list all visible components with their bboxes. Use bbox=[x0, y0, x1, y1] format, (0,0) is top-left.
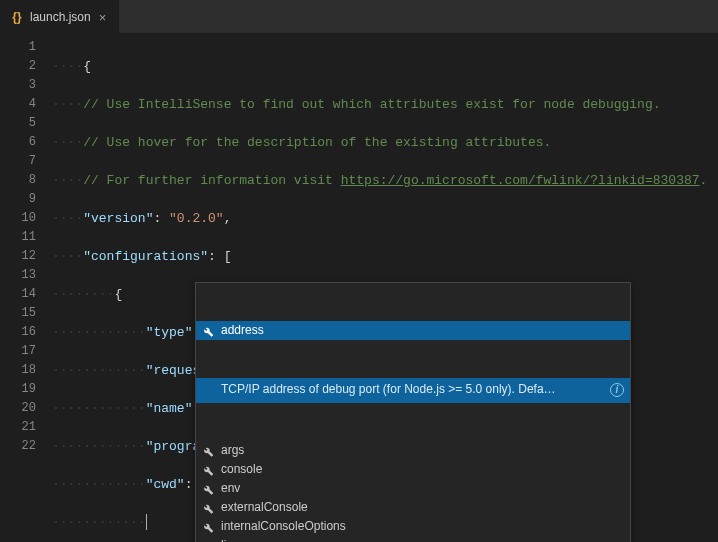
wrench-icon bbox=[201, 463, 215, 477]
wrench-icon bbox=[201, 482, 215, 496]
wrench-icon bbox=[201, 501, 215, 515]
line-number-gutter: 12345678910111213141516171819202122 bbox=[0, 34, 52, 542]
wrench-icon bbox=[201, 324, 215, 338]
tab-bar-rest bbox=[119, 0, 718, 34]
line-number: 18 bbox=[0, 361, 36, 380]
line-number: 21 bbox=[0, 418, 36, 437]
suggest-detail: TCP/IP address of debug port (for Node.j… bbox=[196, 378, 630, 403]
suggest-label: linux bbox=[221, 536, 246, 542]
wrench-icon bbox=[201, 444, 215, 458]
suggest-item[interactable]: args bbox=[196, 441, 630, 460]
line-number: 17 bbox=[0, 342, 36, 361]
line-number: 2 bbox=[0, 57, 36, 76]
code-line: ····"configurations": [ bbox=[52, 247, 718, 266]
line-number: 16 bbox=[0, 323, 36, 342]
line-number: 1 bbox=[0, 38, 36, 57]
suggest-item[interactable]: env bbox=[196, 479, 630, 498]
line-number: 15 bbox=[0, 304, 36, 323]
line-number: 13 bbox=[0, 266, 36, 285]
line-number: 11 bbox=[0, 228, 36, 247]
suggest-label: externalConsole bbox=[221, 498, 308, 517]
line-number: 5 bbox=[0, 114, 36, 133]
line-number: 19 bbox=[0, 380, 36, 399]
suggest-label: env bbox=[221, 479, 240, 498]
suggest-item[interactable]: linux bbox=[196, 536, 630, 542]
code-line: ····// Use IntelliSense to find out whic… bbox=[52, 95, 718, 114]
suggest-item[interactable]: externalConsole bbox=[196, 498, 630, 517]
suggest-item-selected[interactable]: address bbox=[196, 321, 630, 340]
docs-link[interactable]: https://go.microsoft.com/fwlink/?linkid=… bbox=[341, 173, 700, 188]
code-line: ····{ bbox=[52, 57, 718, 76]
line-number: 22 bbox=[0, 437, 36, 456]
suggest-label: console bbox=[221, 460, 262, 479]
suggest-label: args bbox=[221, 441, 244, 460]
wrench-icon bbox=[201, 539, 215, 543]
line-number: 14 bbox=[0, 285, 36, 304]
json-file-icon: {} bbox=[10, 10, 24, 24]
code-line: ····"version": "0.2.0", bbox=[52, 209, 718, 228]
suggest-item[interactable]: internalConsoleOptions bbox=[196, 517, 630, 536]
line-number: 6 bbox=[0, 133, 36, 152]
line-number: 12 bbox=[0, 247, 36, 266]
line-number: 10 bbox=[0, 209, 36, 228]
suggest-label: address bbox=[221, 321, 264, 340]
code-line: ····// Use hover for the description of … bbox=[52, 133, 718, 152]
wrench-icon bbox=[201, 520, 215, 534]
code-area[interactable]: ····{ ····// Use IntelliSense to find ou… bbox=[52, 34, 718, 542]
editor[interactable]: 12345678910111213141516171819202122 ····… bbox=[0, 34, 718, 542]
tab-launch-json[interactable]: {} launch.json × bbox=[0, 0, 119, 34]
intellisense-popup[interactable]: address TCP/IP address of debug port (fo… bbox=[195, 282, 631, 542]
tab-filename: launch.json bbox=[30, 10, 91, 24]
text-cursor bbox=[146, 514, 147, 530]
suggest-item[interactable]: console bbox=[196, 460, 630, 479]
info-icon[interactable]: i bbox=[610, 383, 624, 397]
close-icon[interactable]: × bbox=[97, 10, 109, 25]
tab-bar: {} launch.json × bbox=[0, 0, 718, 34]
line-number: 8 bbox=[0, 171, 36, 190]
line-number: 3 bbox=[0, 76, 36, 95]
line-number: 20 bbox=[0, 399, 36, 418]
line-number: 9 bbox=[0, 190, 36, 209]
line-number: 7 bbox=[0, 152, 36, 171]
line-number: 4 bbox=[0, 95, 36, 114]
code-line: ····// For further information visit htt… bbox=[52, 171, 718, 190]
suggest-label: internalConsoleOptions bbox=[221, 517, 346, 536]
